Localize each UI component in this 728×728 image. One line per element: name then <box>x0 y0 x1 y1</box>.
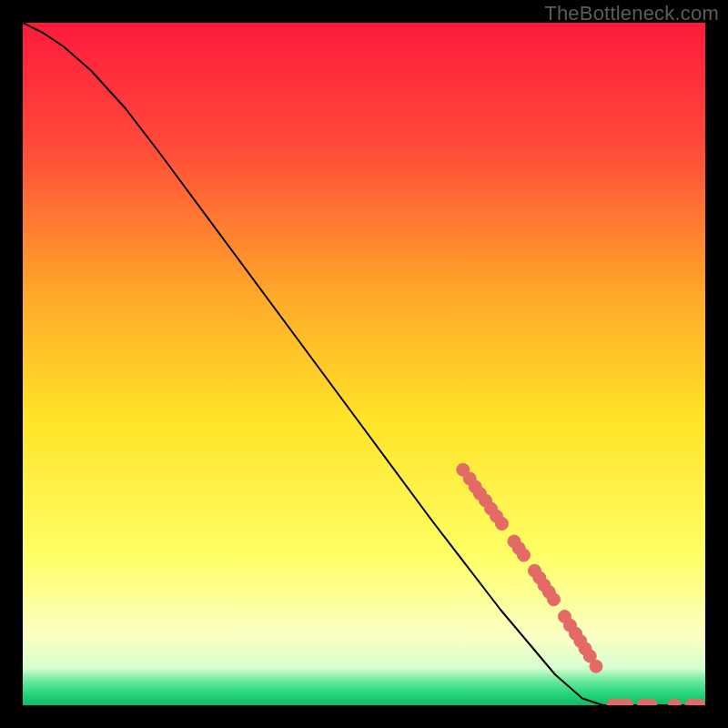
chart-plot <box>23 23 705 705</box>
curve-marker <box>590 660 602 672</box>
chart-frame: TheBottleneck.com <box>0 0 728 728</box>
chart-background <box>23 23 705 705</box>
curve-marker <box>518 549 531 561</box>
curve-marker <box>548 593 561 606</box>
curve-marker <box>496 518 509 531</box>
